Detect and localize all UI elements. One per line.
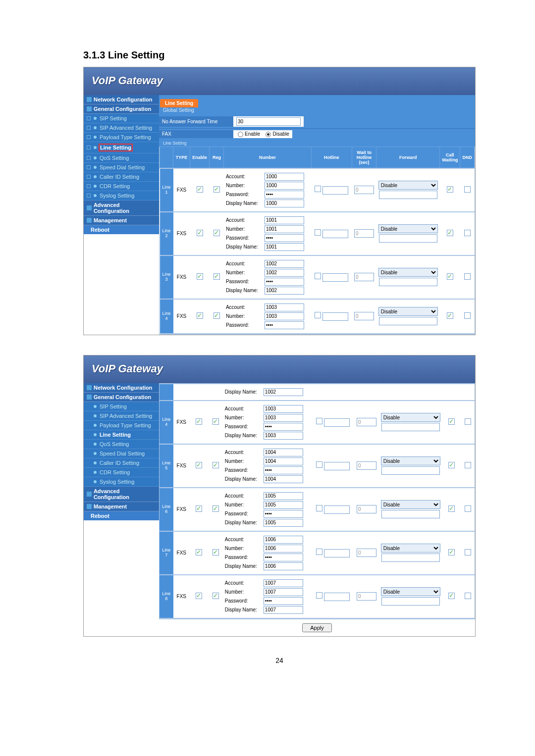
checkbox-icon[interactable] bbox=[315, 273, 321, 279]
account-input[interactable] bbox=[265, 303, 304, 311]
nav-caller-id[interactable]: Caller ID Setting bbox=[84, 458, 159, 468]
tab-line-setting[interactable]: Line Setting bbox=[160, 99, 198, 107]
password-input[interactable] bbox=[264, 554, 303, 561]
nav-qos[interactable]: QoS Setting bbox=[84, 440, 159, 449]
forward-select[interactable]: Disable bbox=[378, 307, 438, 316]
hotline-input[interactable] bbox=[324, 593, 350, 601]
forward-select[interactable]: Disable bbox=[378, 224, 438, 233]
nav-payload[interactable]: Payload Type Setting bbox=[84, 421, 159, 430]
checkbox-icon[interactable] bbox=[196, 505, 202, 512]
checkbox-icon[interactable] bbox=[214, 273, 220, 280]
forward-select[interactable]: Disable bbox=[381, 413, 440, 422]
nav-speed-dial[interactable]: Speed Dial Setting bbox=[84, 449, 159, 458]
checkbox-icon[interactable] bbox=[213, 505, 219, 512]
password-input[interactable] bbox=[265, 321, 304, 329]
nav-management[interactable]: Management bbox=[84, 216, 159, 225]
nav-cdr[interactable]: CDR Setting bbox=[84, 468, 159, 477]
checkbox-icon[interactable] bbox=[465, 418, 471, 425]
fax-enable-radio[interactable] bbox=[238, 132, 243, 137]
hotline-input[interactable] bbox=[324, 418, 350, 427]
checkbox-icon[interactable] bbox=[196, 549, 202, 555]
account-input[interactable] bbox=[264, 492, 303, 500]
hotline-input[interactable] bbox=[324, 505, 350, 514]
hotline-input[interactable] bbox=[322, 273, 348, 282]
display-input[interactable] bbox=[264, 388, 303, 396]
checkbox-icon[interactable] bbox=[448, 505, 455, 512]
checkbox-icon[interactable] bbox=[316, 549, 322, 555]
checkbox-icon[interactable] bbox=[447, 230, 453, 236]
checkbox-icon[interactable] bbox=[197, 186, 203, 193]
forward-number-input[interactable] bbox=[381, 510, 440, 518]
checkbox-icon[interactable] bbox=[448, 418, 455, 425]
checkbox-icon[interactable] bbox=[214, 230, 220, 236]
hotline-input[interactable] bbox=[324, 549, 350, 557]
checkbox-icon[interactable] bbox=[197, 273, 203, 280]
nav-management[interactable]: Management bbox=[84, 502, 159, 511]
password-input[interactable] bbox=[265, 278, 304, 286]
nav-line-setting[interactable]: Line Setting bbox=[84, 430, 159, 440]
display-input[interactable] bbox=[265, 200, 304, 207]
nav-network[interactable]: Network Configuration bbox=[84, 383, 159, 393]
noanswer-input[interactable] bbox=[236, 117, 301, 126]
password-input[interactable] bbox=[264, 423, 303, 431]
display-input[interactable] bbox=[264, 606, 303, 614]
forward-number-input[interactable] bbox=[381, 466, 440, 475]
nav-network[interactable]: Network Configuration bbox=[84, 95, 159, 104]
nav-sip[interactable]: SIP Setting bbox=[84, 402, 159, 411]
checkbox-icon[interactable] bbox=[315, 186, 321, 192]
checkbox-icon[interactable] bbox=[213, 418, 219, 425]
number-input[interactable] bbox=[265, 312, 304, 320]
nav-advanced[interactable]: Advanced Configuration bbox=[84, 201, 159, 216]
account-input[interactable] bbox=[264, 579, 303, 587]
checkbox-icon[interactable] bbox=[315, 312, 321, 318]
forward-number-input[interactable] bbox=[379, 234, 437, 243]
nav-sip[interactable]: SIP Setting bbox=[84, 114, 159, 123]
checkbox-icon[interactable] bbox=[315, 229, 321, 236]
nav-general[interactable]: General Configuration bbox=[84, 104, 159, 114]
nav-syslog[interactable]: Syslog Setting bbox=[84, 191, 159, 201]
password-input[interactable] bbox=[265, 234, 304, 242]
display-input[interactable] bbox=[265, 287, 304, 295]
checkbox-icon[interactable] bbox=[465, 549, 471, 555]
number-input[interactable] bbox=[265, 269, 304, 277]
account-input[interactable] bbox=[265, 216, 304, 224]
number-input[interactable] bbox=[264, 457, 303, 465]
account-input[interactable] bbox=[264, 536, 303, 544]
account-input[interactable] bbox=[265, 173, 304, 181]
checkbox-icon[interactable] bbox=[197, 312, 203, 319]
display-input[interactable] bbox=[264, 432, 303, 440]
fax-disable-radio[interactable] bbox=[266, 132, 271, 137]
checkbox-icon[interactable] bbox=[448, 462, 455, 468]
wait-input[interactable] bbox=[357, 418, 376, 426]
forward-select[interactable]: Disable bbox=[381, 456, 440, 465]
forward-number-input[interactable] bbox=[381, 554, 440, 562]
hotline-input[interactable] bbox=[322, 312, 348, 321]
nav-reboot[interactable]: Reboot bbox=[84, 511, 159, 520]
nav-line-setting[interactable]: Line Setting bbox=[84, 142, 159, 153]
wait-input[interactable] bbox=[354, 229, 374, 238]
checkbox-icon[interactable] bbox=[316, 418, 322, 424]
forward-number-input[interactable] bbox=[381, 597, 440, 605]
checkbox-icon[interactable] bbox=[448, 549, 455, 555]
nav-qos[interactable]: QoS Setting bbox=[84, 153, 159, 163]
checkbox-icon[interactable] bbox=[464, 273, 471, 280]
wait-input[interactable] bbox=[357, 549, 376, 557]
forward-select[interactable]: Disable bbox=[381, 500, 440, 509]
hotline-input[interactable] bbox=[324, 462, 350, 470]
checkbox-icon[interactable] bbox=[448, 593, 455, 599]
checkbox-icon[interactable] bbox=[213, 462, 219, 468]
checkbox-icon[interactable] bbox=[464, 312, 471, 319]
nav-advanced[interactable]: Advanced Configuration bbox=[84, 487, 159, 502]
checkbox-icon[interactable] bbox=[316, 505, 322, 511]
nav-caller-id[interactable]: Caller ID Setting bbox=[84, 172, 159, 182]
nav-sip-advanced[interactable]: SIP Advanced Setting bbox=[84, 411, 159, 421]
number-input[interactable] bbox=[264, 414, 303, 422]
checkbox-icon[interactable] bbox=[196, 593, 202, 599]
nav-general[interactable]: General Configuration bbox=[84, 393, 159, 402]
checkbox-icon[interactable] bbox=[197, 230, 203, 236]
account-input[interactable] bbox=[265, 260, 304, 268]
number-input[interactable] bbox=[265, 182, 304, 190]
forward-number-input[interactable] bbox=[379, 191, 437, 199]
nav-sip-advanced[interactable]: SIP Advanced Setting bbox=[84, 123, 159, 133]
hotline-input[interactable] bbox=[322, 230, 348, 238]
